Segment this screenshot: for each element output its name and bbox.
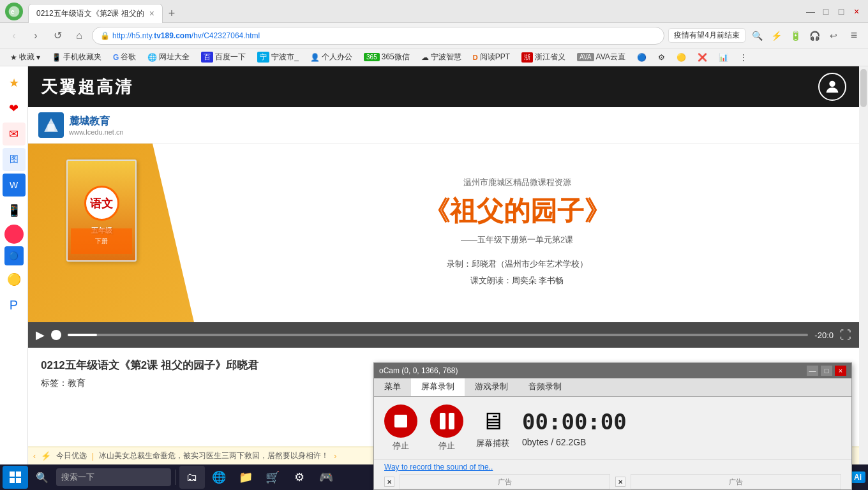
restore-button2[interactable]: □ xyxy=(835,5,848,18)
taskbar-search-button[interactable]: 🔍 xyxy=(29,466,55,489)
taskbar-divider1 xyxy=(175,470,176,485)
bookmark-personal[interactable]: 👤个人办公 xyxy=(305,50,357,64)
ocam-window-controls: — □ × xyxy=(807,366,846,376)
minimize-button[interactable]: — xyxy=(804,5,817,18)
sidebar-star[interactable]: ★ xyxy=(3,71,26,94)
sidebar-img1[interactable]: 图 xyxy=(3,148,26,171)
fullscreen-button[interactable]: ⛶ xyxy=(840,329,851,342)
ocam-monitor-button[interactable]: 🖥 屏幕捕获 xyxy=(476,408,509,449)
bookmark-icon3[interactable]: 🟡 xyxy=(671,52,691,63)
video-header: 天翼超高清 xyxy=(28,66,859,107)
notify-arrow-left[interactable]: ‹ xyxy=(33,452,36,461)
bookmark-smart[interactable]: ☁宁波智慧 xyxy=(416,50,467,64)
bookmark-google[interactable]: G谷歌 xyxy=(108,50,141,64)
start-button[interactable] xyxy=(3,466,28,489)
book-subject: 语文 xyxy=(90,196,113,211)
new-tab-button[interactable]: + xyxy=(163,5,181,23)
restore-button[interactable]: □ xyxy=(819,5,832,18)
bookmark-mobile[interactable]: 📱手机收藏夹 xyxy=(47,50,107,64)
tabs-area: 0212五年级语文《第2课 祖父的 × + xyxy=(28,0,804,23)
notify-content: 冰山美女总裁生命垂危，被实习医生三两下救回，居然要以身相许！ xyxy=(99,450,329,461)
tab-close-button[interactable]: × xyxy=(149,8,154,19)
scrollbar[interactable] xyxy=(859,66,868,464)
lightning-icon[interactable]: ⚡ xyxy=(768,28,784,43)
svg-rect-4 xyxy=(48,124,55,131)
time-display: -20:0 xyxy=(814,330,834,340)
bookmark-icon2[interactable]: ⚙ xyxy=(653,52,670,63)
bookmark-ningbo[interactable]: 宁宁波市_ xyxy=(252,50,304,64)
ocam-stop-button[interactable]: 停止 xyxy=(384,405,417,452)
bookmark-more[interactable]: ⋮ xyxy=(735,52,752,63)
tab-title: 0212五年级语文《第2课 祖父的 xyxy=(36,8,144,19)
taskbar-folder-icon[interactable]: 📁 xyxy=(233,466,258,489)
ocam-stop-label: 停止 xyxy=(393,440,409,452)
menu-button[interactable]: ≡ xyxy=(845,27,863,45)
sidebar-mail[interactable]: ✉ xyxy=(3,122,26,145)
taskbar-search-bar[interactable]: 搜索一下 xyxy=(56,468,171,486)
taskbar-game-icon[interactable]: 🎮 xyxy=(313,466,339,489)
bookmark-baidu[interactable]: 百百度一下 xyxy=(196,50,251,64)
org-logo: 麓城教育 www.lcedu.net.cn xyxy=(38,112,124,138)
bookmark-icon4[interactable]: ❌ xyxy=(692,52,712,63)
ocam-ad-link[interactable]: Way to record the sound of the.. xyxy=(384,460,841,474)
close-button[interactable]: × xyxy=(850,5,863,18)
url-bar[interactable]: 🔒 http://h5.nty.tv189.com/hv/C42327064.h… xyxy=(92,27,664,45)
org-name: 麓城教育 xyxy=(69,115,124,128)
taskbar-browser-icon[interactable]: 🌐 xyxy=(206,466,232,489)
bookmark-ppt[interactable]: D阅读PPT xyxy=(468,50,515,64)
sidebar-phone[interactable]: 📱 xyxy=(3,199,26,222)
taskbar-settings-icon[interactable]: ⚙ xyxy=(287,466,312,489)
refresh-button[interactable]: ↺ xyxy=(49,27,66,45)
progress-bar[interactable] xyxy=(68,334,808,336)
play-button[interactable]: ▶ xyxy=(36,328,45,342)
taskbar-file-icon[interactable]: 🗂 xyxy=(179,466,205,489)
browser-logo: e xyxy=(5,3,23,20)
ocam-tab-game[interactable]: 游戏录制 xyxy=(465,378,518,396)
svg-rect-8 xyxy=(16,478,21,483)
bookmark-collections[interactable]: ★收藏▾ xyxy=(5,50,45,64)
svg-rect-7 xyxy=(10,478,15,483)
ocam-close[interactable]: × xyxy=(835,366,846,376)
video-info: 温州市鹿城区精品微课程资源 《祖父的园子》 ——五年级下册第一单元第2课 录制：… xyxy=(188,156,846,309)
sidebar-red[interactable] xyxy=(4,225,24,244)
home-button[interactable]: ⌂ xyxy=(70,27,88,45)
taskbar-store-icon[interactable]: 🛒 xyxy=(260,466,285,489)
progress-fill xyxy=(68,334,97,336)
headphone-icon[interactable]: 🎧 xyxy=(807,28,822,43)
progress-indicator xyxy=(51,330,61,340)
ocam-tabs: 菜单 屏幕录制 游戏录制 音频录制 xyxy=(374,378,851,397)
active-tab[interactable]: 0212五年级语文《第2课 祖父的 × xyxy=(28,4,163,23)
video-credits: 录制：邱晓君（温州市少年艺术学校） 课文朗读：周奕朵 李书畅 xyxy=(447,256,588,289)
notify-arrow-right[interactable]: › xyxy=(334,452,336,461)
sidebar-blue[interactable]: 🔵 xyxy=(4,246,24,265)
back-button[interactable]: ‹ xyxy=(5,27,23,45)
ocam-restore[interactable]: □ xyxy=(821,366,832,376)
user-avatar-icon[interactable] xyxy=(818,73,846,101)
video-controls: ▶ -20:0 ⛶ xyxy=(28,322,859,348)
sidebar-word[interactable]: W xyxy=(3,174,26,197)
forward-button[interactable]: › xyxy=(27,27,45,45)
ocam-tab-audio[interactable]: 音频录制 xyxy=(518,378,572,396)
bookmark-icon1[interactable]: 🔵 xyxy=(632,52,652,63)
bookmark-zhejiang[interactable]: 浙浙江省义 xyxy=(516,50,571,64)
bookmark-icon5[interactable]: 📊 xyxy=(714,52,733,63)
bookmark-365[interactable]: 365365微信 xyxy=(359,50,415,64)
sidebar-heart[interactable]: ❤ xyxy=(3,97,26,120)
ocam-monitor-label: 屏幕捕获 xyxy=(476,438,509,449)
sidebar-connect[interactable]: P xyxy=(3,293,26,316)
ocam-titlebar: oCam (0, 0, 1366, 768) — □ × xyxy=(374,363,851,378)
micro-course-label: 温州市鹿城区精品微课程资源 xyxy=(463,177,571,188)
ai-button[interactable]: Ai xyxy=(850,471,865,483)
search-icon[interactable]: 🔍 xyxy=(749,28,765,43)
bookmark-ava[interactable]: AVAAVA云直 xyxy=(572,50,631,64)
undo-icon[interactable]: ↩ xyxy=(826,28,841,43)
ocam-pause-button[interactable]: 停止 xyxy=(430,405,463,452)
ocam-minimize[interactable]: — xyxy=(807,366,818,376)
ad-close-icon2[interactable]: ✕ xyxy=(615,477,625,487)
ocam-tab-menu[interactable]: 菜单 xyxy=(374,378,411,396)
ad-close-icon1[interactable]: ✕ xyxy=(384,477,394,487)
scrollbar-thumb[interactable] xyxy=(860,69,867,107)
sidebar-yellow[interactable]: 🟡 xyxy=(3,268,26,291)
ocam-tab-screen[interactable]: 屏幕录制 xyxy=(411,378,465,396)
bookmark-url-nav[interactable]: 🌐网址大全 xyxy=(142,50,195,64)
